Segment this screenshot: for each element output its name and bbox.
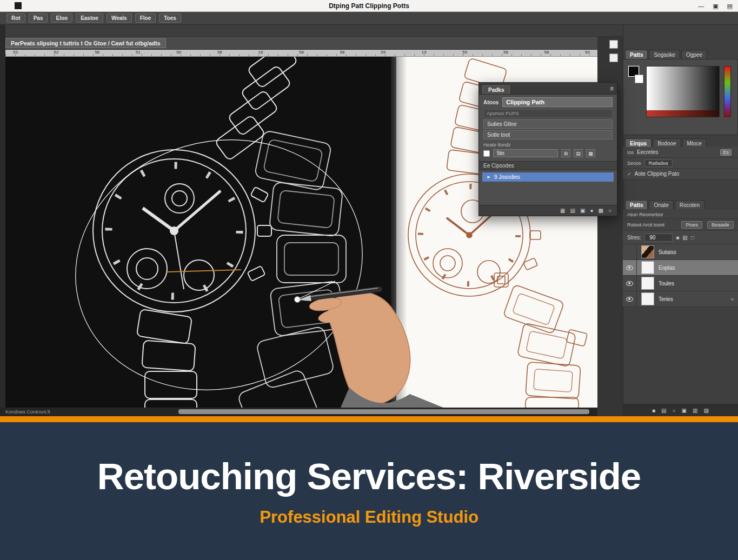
tool-options-text[interactable]: ParPeats slipsing t tuttris t Ox Gtoe / … <box>5 38 166 48</box>
filter-button-1[interactable]: Beaaide <box>707 221 734 229</box>
eye-icon[interactable] <box>626 297 633 302</box>
eye-icon[interactable] <box>626 265 633 270</box>
horizontal-ruler: 53 52 58 51 50 58 18 58 58 59 19 59 58 5… <box>5 50 597 57</box>
layer-thumbnail[interactable] <box>641 245 654 258</box>
grid-icon[interactable]: ⊞ <box>561 149 570 157</box>
adjust-row-0[interactable]: Ios Eecretes Es <box>623 147 738 158</box>
visibility-cell[interactable] <box>623 260 637 275</box>
adjust-row-1[interactable]: Seoos Ratladea <box>623 158 738 169</box>
color-panel-tabs: Patts Sogaoke Ogpee <box>623 48 738 59</box>
visibility-cell[interactable] <box>623 244 637 259</box>
tab-color[interactable]: Patts <box>625 50 648 59</box>
layer-row-1[interactable]: Eoplas <box>623 260 738 276</box>
visibility-cell[interactable] <box>623 276 637 291</box>
layer-row-0[interactable]: Sutaiss <box>623 244 738 260</box>
panel-menu-icon[interactable]: ≡ <box>610 85 614 94</box>
paths-panel-header[interactable]: Padks ≡ <box>479 83 617 95</box>
layer-mask-icon[interactable]: ○ <box>730 296 734 302</box>
path-muted-row: Apsmex PUPS <box>483 109 613 118</box>
paths-footer-icon-2[interactable]: ▣ <box>580 208 585 214</box>
layer-thumbnail[interactable] <box>641 292 654 305</box>
accent-divider <box>0 416 738 422</box>
path-option-row-1[interactable]: Suties Gtloe <box>483 119 613 129</box>
row-label[interactable]: Ratladea <box>644 159 673 167</box>
ruler-tick: 58 <box>544 50 549 55</box>
footer-icon-3[interactable]: ▣ <box>682 408 687 414</box>
visibility-cell[interactable] <box>623 291 637 306</box>
path-option-row-2[interactable]: Sotle toot <box>483 130 613 139</box>
color-gradient-strip <box>647 110 719 117</box>
footer-icon-1[interactable]: ▤ <box>661 408 666 414</box>
collapsed-panel-icon[interactable] <box>609 40 618 49</box>
paths-footer-icon-5[interactable]: ○ <box>608 208 611 214</box>
tab-channels-2[interactable]: Onate <box>649 200 673 209</box>
paths-footer-icon-1[interactable]: ▤ <box>570 208 575 214</box>
menu-item-5[interactable]: Floe <box>135 14 156 23</box>
lock-all-icon[interactable]: □ <box>691 235 694 241</box>
eye-icon[interactable] <box>626 281 633 286</box>
path-name-input[interactable] <box>502 97 613 107</box>
menu-item-0[interactable]: Rot <box>6 14 25 23</box>
layer-thumbnail[interactable] <box>641 261 654 274</box>
tab-swatches[interactable]: Sogaoke <box>649 50 680 59</box>
tab-info[interactable]: Mtoce <box>682 138 707 148</box>
menu-item-3[interactable]: Eastoe <box>76 14 103 23</box>
arrow-right-icon: ► <box>487 175 491 179</box>
footer-icon-5[interactable]: ▨ <box>704 408 709 414</box>
lock-transparency-icon[interactable]: ▧ <box>682 235 687 241</box>
tolerance-checkbox[interactable] <box>483 150 490 157</box>
banner-title: Retouching Services: Riverside <box>97 455 641 498</box>
layers-opacity-row: Stres: 90 ■ ▧ □ <box>623 231 738 244</box>
banner-subtitle: Professional Editing Studio <box>260 508 478 527</box>
opacity-value-dropdown[interactable]: 90 <box>644 234 673 242</box>
paths-section-label: Ee Cipsodes <box>479 161 617 170</box>
layer-row-3[interactable]: Teries ○ <box>623 291 738 307</box>
footer-icon-0[interactable]: ■ <box>652 408 655 414</box>
layer-name: Toules <box>659 281 674 286</box>
color-gradient-field[interactable] <box>646 66 720 117</box>
tab-adjustments[interactable]: Eirqus <box>625 138 651 148</box>
ruler-tick: 50 <box>585 50 590 55</box>
restore-icon[interactable]: ▣ <box>713 3 718 10</box>
background-color-swatch[interactable] <box>635 75 643 83</box>
filter-button-0[interactable]: Pioes <box>681 221 702 229</box>
paths-footer-icon-0[interactable]: ▦ <box>560 208 565 214</box>
adjust-row-2[interactable]: ✓ Aote Clipping Pato <box>623 169 738 179</box>
row-label: Aote Clipping Pato <box>635 171 680 177</box>
status-text: Kondows Controvs:lt <box>5 409 50 415</box>
ruler-tick: 59 <box>381 50 385 55</box>
rows-icon[interactable]: ▤ <box>574 149 583 157</box>
paths-footer-toolbar: ▦ ▤ ▣ ● ▩ ○ <box>479 205 617 216</box>
paths-panel-tab[interactable]: Padks <box>482 85 510 94</box>
tab-paths[interactable]: Rocoten <box>675 200 704 209</box>
tab-layers[interactable]: Patts <box>625 200 648 209</box>
collapsed-panel-icon[interactable] <box>609 54 618 62</box>
horizontal-scrollbar[interactable] <box>178 409 589 414</box>
hue-slider[interactable] <box>724 66 731 117</box>
minimize-icon[interactable]: — <box>698 3 704 9</box>
paths-footer-icon-4[interactable]: ▩ <box>599 208 603 214</box>
title-bar: Dtping Patt Clipping Potts — ▣ ▤ <box>0 0 738 12</box>
cells-icon[interactable]: ▦ <box>586 149 595 157</box>
footer-icon-2[interactable]: ○ <box>673 408 676 414</box>
window-menu-icon[interactable]: ▤ <box>727 3 733 10</box>
layer-name: Teries <box>659 296 673 302</box>
blend-icon[interactable]: ■ <box>676 235 679 241</box>
tolerance-input[interactable] <box>493 149 558 157</box>
layer-list: Sutaiss Eoplas Toules Teries ○ <box>623 244 738 307</box>
layers-filter-row: Rotoot Arcit toont Pioes Beaaide <box>623 219 738 231</box>
menu-item-1[interactable]: Pas <box>29 14 48 23</box>
row-prefix: Seoos <box>627 161 641 166</box>
tab-channels[interactable]: Bodooe <box>653 138 681 148</box>
adjust-rows: Ios Eecretes Es Seoos Ratladea ✓ Aote Cl… <box>623 147 738 179</box>
layer-row-2[interactable]: Toules <box>623 276 738 291</box>
layer-thumbnail[interactable] <box>641 277 654 290</box>
menu-item-4[interactable]: Weals <box>107 14 132 23</box>
selected-path-item[interactable]: ► 9 Josodies <box>482 172 614 182</box>
menu-item-6[interactable]: Toes <box>159 14 181 23</box>
tab-styles[interactable]: Ogpee <box>681 50 707 59</box>
paths-footer-icon-3[interactable]: ● <box>590 208 593 214</box>
menu-item-2[interactable]: Eloo <box>51 14 72 23</box>
footer-icon-4[interactable]: ▥ <box>693 408 697 414</box>
selected-path-name: 9 Josodies <box>494 174 520 180</box>
